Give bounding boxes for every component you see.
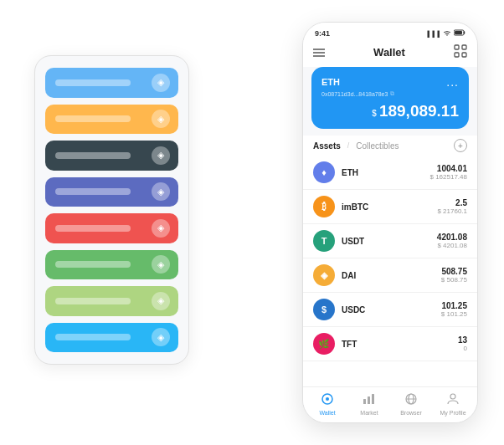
wallet-card-card-blue-light[interactable]: ◈ [45, 68, 178, 98]
wallet-card-card-green[interactable]: ◈ [45, 250, 178, 280]
asset-name-usdt: USDT [342, 237, 437, 246]
wallet-card: ETH ... 0x08711d3d...8418a78e3 ⧉ $189,08… [311, 67, 469, 129]
asset-name-eth: ETH [342, 168, 430, 177]
svg-rect-7 [455, 53, 459, 57]
tab-assets[interactable]: Assets [313, 141, 341, 151]
wallet-token-label: ETH [321, 77, 340, 87]
asset-item-usdc[interactable]: $USDC101.25$ 101.25 [303, 293, 477, 327]
battery-icon [454, 29, 465, 38]
asset-item-imbtc[interactable]: ₿imBTC2.5$ 21760.1 [303, 190, 477, 224]
nav-icon-1 [363, 392, 376, 408]
signal-icon: ▐▐▐ [425, 31, 440, 37]
wallet-card-top: ETH ... [321, 75, 459, 89]
nav-icon-2 [404, 392, 418, 408]
assets-list: ♦ETH1004.01$ 162517.48₿imBTC2.5$ 21760.1… [303, 156, 477, 386]
assets-tabs: Assets / Collectibles [313, 141, 399, 151]
wifi-icon [443, 29, 451, 38]
asset-usd-value: $ 162517.48 [430, 173, 468, 181]
asset-amount: 13 [458, 335, 467, 345]
asset-values-tft: 130 [458, 335, 467, 352]
menu-icon[interactable] [313, 46, 325, 59]
asset-icon-eth: ♦ [313, 161, 335, 183]
asset-values-imbtc: 2.5$ 21760.1 [437, 198, 467, 215]
asset-usd-value: $ 21760.1 [437, 207, 467, 215]
svg-rect-13 [372, 394, 374, 404]
svg-rect-11 [363, 399, 366, 404]
add-asset-button[interactable]: + [454, 139, 467, 152]
asset-usd-value: 0 [458, 345, 467, 352]
nav-label-1: Market [360, 410, 378, 416]
nav-item-wallet[interactable]: Wallet [306, 392, 348, 416]
asset-item-dai[interactable]: ◈DAI508.75$ 508.75 [303, 258, 477, 293]
wallet-more-button[interactable]: ... [446, 75, 459, 89]
nav-label-2: Browser [400, 410, 422, 416]
status-icons: ▐▐▐ [425, 29, 465, 38]
wallet-address[interactable]: 0x08711d3d...8418a78e3 ⧉ [321, 90, 459, 97]
status-bar: 9:41 ▐▐▐ [303, 23, 477, 41]
balance-amount: 189,089.11 [379, 102, 459, 120]
phone-header: Wallet [303, 41, 477, 67]
asset-icon-tft: 🌿 [313, 333, 335, 355]
scene: ◈◈◈◈◈◈◈◈ 9:41 ▐▐▐ [18, 13, 486, 432]
asset-values-eth: 1004.01$ 162517.48 [430, 164, 468, 181]
asset-usd-value: $ 508.75 [441, 276, 467, 284]
asset-name-usdc: USDC [342, 305, 441, 315]
asset-values-usdt: 4201.08$ 4201.08 [437, 233, 467, 249]
currency-symbol: $ [372, 109, 377, 118]
right-phone: 9:41 ▐▐▐ [302, 22, 478, 423]
wallet-card-card-red[interactable]: ◈ [45, 213, 178, 243]
asset-icon-usdt: T [313, 230, 335, 252]
nav-label-3: My Profile [440, 410, 465, 416]
wallet-card-card-sky-blue[interactable]: ◈ [45, 323, 178, 353]
asset-name-imbtc: imBTC [342, 202, 437, 212]
left-phone: ◈◈◈◈◈◈◈◈ [34, 55, 189, 365]
nav-label-0: Wallet [319, 410, 335, 416]
asset-amount: 2.5 [437, 198, 467, 207]
asset-usd-value: $ 4201.08 [437, 242, 467, 249]
svg-rect-1 [455, 31, 462, 34]
svg-point-10 [326, 397, 329, 401]
asset-name-tft: TFT [342, 340, 458, 349]
svg-point-17 [450, 394, 455, 399]
tab-separator: / [347, 141, 350, 150]
asset-amount: 101.25 [441, 301, 467, 310]
asset-usd-value: $ 101.25 [441, 310, 467, 318]
copy-address-icon[interactable]: ⧉ [390, 90, 394, 97]
asset-name-dai: DAI [342, 271, 441, 280]
nav-item-market[interactable]: Market [348, 392, 390, 416]
svg-rect-8 [462, 53, 466, 57]
nav-icon-3 [446, 392, 460, 408]
asset-values-usdc: 101.25$ 101.25 [441, 301, 467, 318]
asset-amount: 4201.08 [437, 233, 467, 242]
asset-amount: 508.75 [441, 267, 467, 276]
wallet-card-card-orange[interactable]: ◈ [45, 105, 178, 135]
asset-item-eth[interactable]: ♦ETH1004.01$ 162517.48 [303, 156, 477, 190]
assets-header: Assets / Collectibles + [303, 136, 477, 156]
wallet-card-card-light-green[interactable]: ◈ [45, 286, 178, 316]
time-display: 9:41 [315, 29, 330, 38]
scan-icon[interactable] [454, 44, 467, 60]
header-title: Wallet [373, 46, 405, 59]
nav-item-browser[interactable]: Browser [390, 392, 432, 416]
wallet-card-card-dark[interactable]: ◈ [45, 141, 178, 171]
wallet-balance: $189,089.11 [321, 102, 459, 120]
svg-rect-12 [368, 396, 370, 404]
asset-item-tft[interactable]: 🌿TFT130 [303, 327, 477, 361]
asset-values-dai: 508.75$ 508.75 [441, 267, 467, 284]
bottom-nav: WalletMarketBrowserMy Profile [303, 386, 477, 422]
asset-icon-imbtc: ₿ [313, 196, 335, 217]
asset-item-usdt[interactable]: TUSDT4201.08$ 4201.08 [303, 224, 477, 258]
asset-icon-usdc: $ [313, 299, 335, 320]
wallet-card-card-purple[interactable]: ◈ [45, 177, 178, 207]
svg-rect-5 [455, 45, 459, 49]
tab-collectibles[interactable]: Collectibles [356, 141, 399, 151]
nav-icon-0 [321, 392, 334, 408]
asset-amount: 1004.01 [430, 164, 468, 173]
nav-item-my-profile[interactable]: My Profile [432, 392, 474, 416]
asset-icon-dai: ◈ [313, 264, 335, 286]
svg-rect-6 [462, 45, 466, 49]
